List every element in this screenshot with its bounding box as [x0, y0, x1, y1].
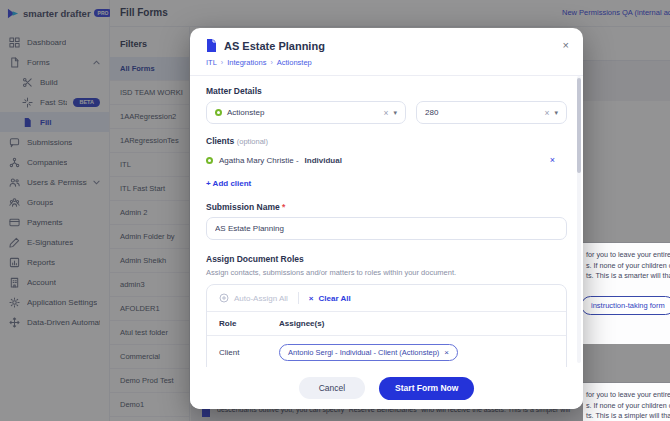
form-card-right-2: for you to leave your entires. If none o… [583, 383, 670, 421]
matter-select[interactable]: 280 × ▾ [416, 101, 567, 124]
form-description-line: for you to leave your entire [586, 390, 670, 401]
remove-assignee-icon[interactable]: × [444, 348, 449, 357]
document-icon [206, 39, 217, 52]
clear-all-x-icon: × [309, 294, 314, 303]
modal-body: Matter Details Actionstep × ▾ 280 × ▾ Cl… [190, 76, 583, 404]
form-description-line: ts. This is a simpler will that [586, 411, 670, 421]
instruction-taking-form-button[interactable]: instruction-taking form [583, 296, 670, 315]
remove-client-icon[interactable]: × [550, 155, 555, 165]
modal-title: AS Estate Planning [224, 40, 325, 52]
form-description-line: for you to leave your entire [586, 250, 670, 261]
submission-name-label: Submission Name * [206, 202, 567, 212]
role-column-header: Role [219, 319, 279, 328]
required-asterisk: * [282, 202, 285, 212]
caret-down-icon[interactable]: ▾ [393, 109, 397, 117]
matter-details-label: Matter Details [206, 86, 567, 96]
breadcrumb-item-actionstep[interactable]: Actionstep [277, 58, 312, 67]
assign-roles-label: Assign Document Roles [206, 254, 567, 264]
clear-all-button[interactable]: × Clear All [309, 294, 351, 303]
scrollbar-thumb[interactable] [577, 78, 581, 173]
breadcrumb-item-itl[interactable]: ITL [206, 58, 217, 67]
actionstep-icon [206, 157, 213, 164]
clients-label: Clients (optional) [206, 136, 567, 146]
start-form-modal: AS Estate Planning × ITL›Integrations›Ac… [190, 28, 583, 409]
form-description-line: ts. This is a smarter will tha [586, 271, 670, 282]
assignee-chip[interactable]: Antonio Sergi - Individual - Client (Act… [279, 344, 458, 361]
form-card-lines: for you to leave your entires. If none o… [586, 250, 670, 282]
matter-select-value: 280 [425, 108, 438, 117]
form-card-lines: for you to leave your entires. If none o… [586, 390, 670, 421]
role-name: Client [219, 348, 279, 357]
close-icon[interactable]: × [563, 40, 569, 51]
toolbar-divider [298, 292, 299, 304]
client-name: Agatha Mary Christie - [219, 156, 299, 165]
plus-icon: + [206, 179, 211, 188]
clear-icon[interactable]: × [545, 108, 550, 118]
provider-select-value: Actionstep [227, 108, 264, 117]
role-row-client: ClientAntonio Sergi - Individual - Clien… [207, 335, 566, 369]
form-description-line: s. If none of your children o [586, 261, 670, 272]
screen: smarter drafter PRO DashboardFormsBuildF… [0, 0, 670, 421]
add-client-button[interactable]: + Add client [206, 179, 251, 188]
clear-icon[interactable]: × [384, 108, 389, 118]
submission-name-input[interactable] [206, 217, 567, 240]
auto-assign-icon [219, 293, 229, 303]
clients-optional-label: (optional) [237, 137, 268, 146]
roles-table-header: Role Assignee(s) [207, 311, 566, 335]
cancel-button[interactable]: Cancel [299, 377, 365, 399]
client-type: Individual [305, 156, 342, 165]
auto-assign-all-button[interactable]: Auto-Assign All [219, 293, 288, 303]
breadcrumb-separator: › [270, 59, 272, 66]
assignees-column-header: Assignee(s) [279, 319, 324, 328]
form-description-line: s. If none of your children o [586, 401, 670, 412]
breadcrumb-separator: › [221, 59, 223, 66]
breadcrumb-item-integrations[interactable]: Integrations [227, 58, 266, 67]
modal-scrollbar [577, 76, 581, 363]
start-form-now-button[interactable]: Start Form Now [379, 377, 474, 400]
actionstep-icon [215, 109, 222, 116]
client-row: Agatha Mary Christie - Individual × [206, 151, 567, 167]
modal-footer: Cancel Start Form Now [190, 367, 583, 409]
modal-header: AS Estate Planning × ITL›Integrations›Ac… [190, 28, 583, 76]
form-card-right-1: for you to leave your entires. If none o… [583, 243, 670, 344]
provider-select[interactable]: Actionstep × ▾ [206, 101, 406, 124]
roles-toolbar: Auto-Assign All × Clear All [207, 285, 566, 311]
breadcrumb: ITL›Integrations›Actionstep [206, 58, 567, 67]
caret-down-icon[interactable]: ▾ [554, 109, 558, 117]
assign-roles-subtitle: Assign contacts, submissions and/or matt… [206, 268, 567, 277]
assignee-chip-label: Antonio Sergi - Individual - Client (Act… [288, 348, 439, 357]
